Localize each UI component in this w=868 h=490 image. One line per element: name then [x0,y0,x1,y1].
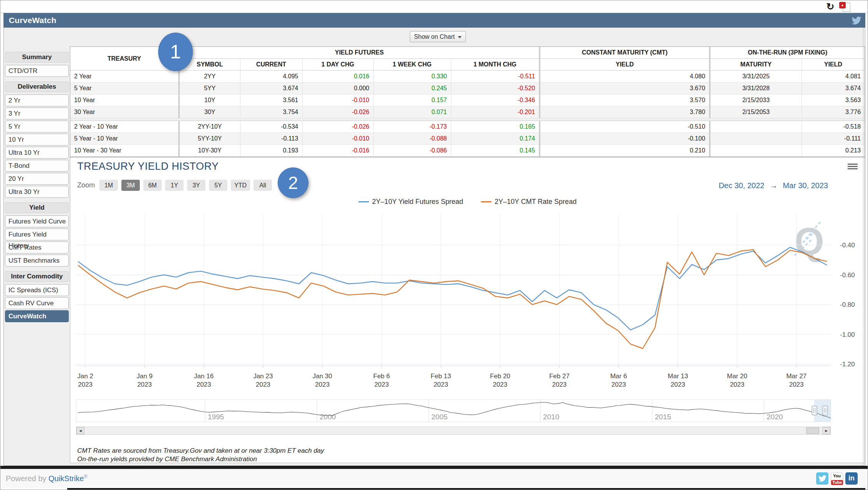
range-end[interactable]: Mar 30, 2023 [783,181,828,190]
yield-history-chart[interactable]: Jan 22023Jan 92023Jan 162023Jan 232023Ja… [76,214,865,389]
show-on-chart-label: Show on Chart [414,33,455,40]
scrollbar-thumb[interactable] [806,427,819,434]
youtube-tube-text: Tube [831,480,843,485]
show-on-chart-button[interactable]: Show on Chart [410,31,466,42]
footer-linkedin-icon[interactable]: in [845,472,858,485]
x-tick-year: 2023 [493,381,507,388]
powered-by: Powered by QuikStrike® [6,474,87,483]
sidebar-item-curvewatch[interactable]: CurveWatch [5,310,69,322]
series-2y-10y-cmt-rate-spread [78,250,827,349]
sidebar-item-ultra-30-yr[interactable]: Ultra 30 Yr [5,186,69,198]
main-content: Show on Chart SummaryCTD/OTRDeliverables… [3,28,865,466]
navigator-strip[interactable]: 199520002005201020152020 [76,399,831,425]
zoom-button-5y[interactable]: 5Y [209,180,227,191]
table-row-10-year-30-year: 10 Year - 30 Year10Y-30Y0.193-0.016-0.08… [70,145,865,157]
sidebar-item-futures-yield-history[interactable]: Futures Yield History [5,228,69,240]
sidebar-item-ic-spreads-ics[interactable]: IC Spreads (ICS) [5,284,69,296]
zoom-button-1y[interactable]: 1Y [165,180,184,191]
x-tick-year: 2023 [256,381,270,388]
zoom-button-3y[interactable]: 3Y [187,180,205,191]
scroll-left-arrow[interactable]: ◄ [76,427,84,434]
table-row-5-year-10-year: 5 Year - 10 Year5YY-10Y-0.113-0.010-0.08… [70,133,865,145]
footnote-cmt: CMT Rates are sourced from Treasury.Gov … [77,447,324,455]
x-tick-year: 2023 [789,381,804,388]
cell-symbol: 2YY [179,71,240,83]
cell-cmt-yield: 3.780 [540,106,710,118]
cell-1day-chg: -0.026 [302,121,373,133]
cell-symbol: 5YY [179,83,240,94]
sidebar-section-yield: Yield [5,202,69,213]
x-tick-label: Mar 13 [668,372,688,380]
legend-item-2y-10y-yield-futures-spread[interactable]: 2Y–10Y Yield Futures Spread [358,198,463,206]
cell-1month-chg: 0.145 [451,145,540,157]
registered-mark: ® [84,474,87,479]
cell-otr-yield: -0.111 [802,133,865,145]
zoom-button-6m[interactable]: 6M [143,180,162,191]
refresh-icon[interactable]: ↻ [825,1,836,12]
twitter-icon[interactable] [851,15,861,26]
sidebar-item-2-yr[interactable]: 2 Yr [5,94,69,106]
col-header-1week-chg: 1 WEEK CHG [373,59,451,71]
x-tick-year: 2023 [434,381,448,388]
sidebar-item-futures-yield-curve[interactable]: Futures Yield Curve [5,215,69,227]
cell-otr-yield: 3.674 [802,83,865,94]
legend-item-2y-10y-cmt-rate-spread[interactable]: 2Y–10Y CMT Rate Spread [481,198,576,206]
zoom-button-ytd[interactable]: YTD [231,180,250,191]
sidebar-item-ctd-otr[interactable]: CTD/OTR [5,65,69,77]
sidebar-item-cmt-rates[interactable]: CMT Rates [5,242,69,253]
sidebar-item-20-yr[interactable]: 20 Yr [5,173,69,185]
cell-cmt-yield: 4.080 [540,71,710,83]
cell-maturity [710,145,802,157]
sidebar-item-3-yr[interactable]: 3 Yr [5,108,69,119]
cell-1week-chg: -0.173 [373,121,451,133]
cell-1day-chg: -0.026 [302,106,373,118]
nav-year-label: 2020 [767,413,783,421]
nav-handle-right [823,406,828,415]
y-tick-label: -1.00 [840,331,855,338]
range-start[interactable]: Dec 30, 2022 [719,181,764,190]
linkedin-in-text: in [848,474,855,482]
scroll-right-arrow[interactable]: ► [822,427,830,434]
pdf-export-icon[interactable]: ▲ [839,2,851,12]
quikstrike-link[interactable]: QuikStrike [48,474,84,483]
sidebar-section-deliverables: Deliverables [5,81,69,92]
hamburger-menu-icon[interactable] [848,164,858,171]
curvewatch-app: ↻ ▲ CurveWatch Show on Chart SummaryCTD/… [0,0,868,490]
cell-cmt-yield: -0.100 [540,133,710,145]
col-header-current: CURRENT [240,59,302,71]
separator-bar [0,466,868,469]
x-tick-label: Jan 30 [313,372,332,380]
cell-current: 3.561 [240,94,302,106]
sidebar-item-ultra-10-yr[interactable]: Ultra 10 Yr [5,147,69,159]
y-tick-label: -1.20 [840,361,855,368]
col-header-1month-chg: 1 MONTH CHG [451,59,540,71]
annotation-circle-2: 2 [278,167,308,198]
zoom-button-1m[interactable]: 1M [99,180,118,191]
frame-divider [863,28,863,466]
sidebar-item-10-yr[interactable]: 10 Yr [5,134,69,146]
cell-1month-chg: -0.346 [451,94,540,106]
table-section-separator [70,118,865,121]
x-tick-year: 2023 [671,381,685,388]
footer-twitter-icon[interactable] [816,472,828,485]
zoom-button-all[interactable]: All [253,180,272,191]
chevron-down-icon [458,36,462,38]
sidebar-item-ust-benchmarks[interactable]: UST Benchmarks [5,255,69,267]
cell-name: 10 Year - 30 Year [70,145,179,157]
cell-1month-chg: -0.511 [451,71,540,83]
footnotes: CMT Rates are sourced from Treasury.Gov … [77,447,324,464]
chart-legend: 2Y–10Y Yield Futures Spread2Y–10Y CMT Ra… [70,198,865,206]
x-tick-label: Mar 6 [610,372,627,380]
sidebar-item-5-yr[interactable]: 5 Yr [5,121,69,132]
sidebar-item-t-bond[interactable]: T-Bond [5,160,69,172]
cell-1week-chg: 0.245 [373,83,451,94]
zoom-button-3m[interactable]: 3M [121,180,140,191]
footer-youtube-icon[interactable]: You Tube [831,472,843,485]
powered-by-label: Powered by [6,474,46,483]
navigator-scrollbar[interactable]: ◄ ► [76,427,831,435]
cell-current: 3.754 [240,106,302,118]
cell-1day-chg: 0.000 [302,83,373,94]
cell-maturity: 2/15/2053 [710,106,802,118]
sidebar-item-cash-rv-curve[interactable]: Cash RV Curve [5,297,69,309]
table-row-30-year: 30 Year30Y3.754-0.0260.071-0.2013.7802/1… [70,106,865,118]
